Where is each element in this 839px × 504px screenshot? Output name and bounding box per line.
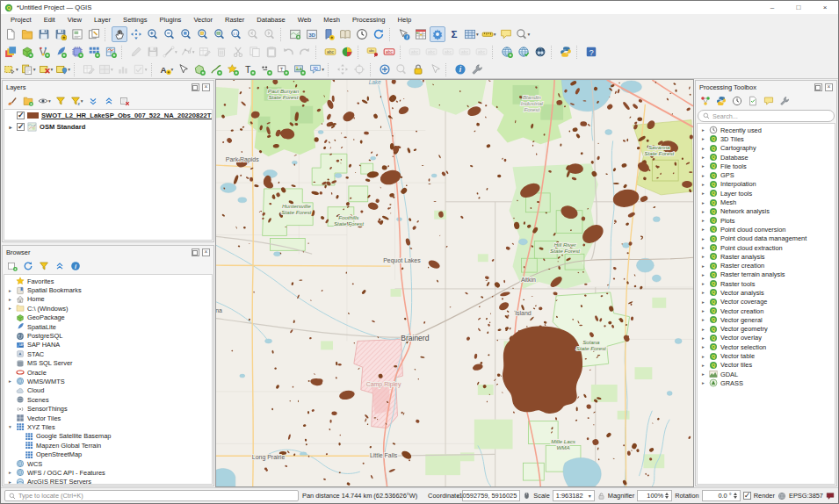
new-spatial-bookmark-button[interactable]: [321, 26, 336, 42]
processing-group-interpolation[interactable]: ▸QInterpolation: [698, 180, 835, 189]
deselect-features-button[interactable]: ▾: [38, 61, 54, 77]
menu-web[interactable]: Web: [292, 16, 317, 24]
dropdown-arrow-icon[interactable]: ▾: [171, 67, 174, 72]
expander-arrow-icon[interactable]: ▸: [700, 163, 706, 169]
processing-group-vector-analysis[interactable]: ▸QVector analysis: [698, 288, 835, 297]
pan-to-selection-button[interactable]: [128, 26, 144, 42]
select-by-location-button[interactable]: ▾: [54, 61, 71, 77]
float-panel-icon[interactable]: [192, 248, 199, 256]
browser-properties-button[interactable]: i: [69, 259, 83, 273]
create-polygon-annotation-button[interactable]: [192, 61, 207, 77]
dropdown-arrow-icon[interactable]: ▾: [81, 98, 83, 104]
pan-map-button[interactable]: [112, 26, 127, 42]
expander-arrow-icon[interactable]: ▸: [7, 288, 13, 293]
metasearch-validate-button[interactable]: [516, 44, 532, 60]
expander-arrow-icon[interactable]: ▸: [700, 290, 706, 295]
create-rect-text-annotation-button[interactable]: T: [275, 61, 291, 77]
processing-group-recently-used[interactable]: ▸Recently used: [698, 126, 835, 134]
new-spatialite-layer-button[interactable]: [53, 44, 69, 60]
browser-item-wcs[interactable]: WCS: [4, 459, 212, 468]
layer-labeling-options-button[interactable]: abc: [322, 44, 338, 60]
crs-globe-icon[interactable]: [778, 492, 786, 500]
browser-item-google-satellite-basemap[interactable]: Google Satellite Basemap: [4, 432, 212, 441]
processing-group-raster-analysis[interactable]: ▸QRaster analysis: [698, 252, 835, 261]
processing-group-raster-creation[interactable]: ▸QRaster creation: [698, 261, 835, 270]
expander-arrow-icon[interactable]: ▸: [700, 299, 706, 305]
expander-arrow-icon[interactable]: ▸: [700, 155, 706, 160]
create-marker-annotation-button[interactable]: [225, 61, 241, 77]
save-project-as-button[interactable]: [53, 26, 69, 42]
filter-browser-button[interactable]: [37, 259, 51, 273]
save-project-button[interactable]: [36, 26, 52, 42]
processing-group-plots[interactable]: ▸QPlots: [698, 216, 835, 225]
menu-raster[interactable]: Raster: [219, 16, 250, 24]
browser-item-stac[interactable]: STAC: [4, 349, 212, 358]
float-panel-icon[interactable]: [814, 83, 822, 91]
processing-toolbox-toggle-button[interactable]: [430, 26, 445, 42]
new-mesh-layer-button[interactable]: [69, 44, 85, 60]
python-scripts-button[interactable]: [714, 94, 728, 108]
new-project-button[interactable]: [3, 26, 18, 42]
dropdown-arrow-icon[interactable]: ▾: [476, 32, 479, 37]
dropdown-arrow-icon[interactable]: ▾: [68, 67, 70, 72]
expander-arrow-icon[interactable]: ▸: [7, 378, 13, 384]
browser-item-sensorthings[interactable]: SensorThings: [4, 404, 212, 413]
processing-group-vector-geometry[interactable]: ▸QVector geometry: [698, 325, 835, 334]
render-checkbox[interactable]: [743, 492, 751, 500]
menu-help[interactable]: Help: [391, 16, 417, 24]
dropdown-arrow-icon[interactable]: ▾: [145, 67, 148, 72]
expander-arrow-icon[interactable]: ▸: [700, 191, 706, 196]
open-layer-styling-button[interactable]: [5, 94, 19, 108]
browser-item-scenes[interactable]: Scenes: [4, 395, 212, 404]
filter-by-expression-button[interactable]: ε▾: [69, 94, 84, 108]
menu-layer[interactable]: Layer: [88, 16, 117, 24]
minimize-button[interactable]: –: [759, 1, 785, 14]
processing-group-cartography[interactable]: ▸QCartography: [698, 144, 835, 153]
expander-arrow-icon[interactable]: ▸: [700, 127, 706, 133]
menu-view[interactable]: View: [61, 16, 88, 24]
map-tips-button[interactable]: [498, 26, 514, 42]
processing-group-vector-general[interactable]: ▸QVector general: [698, 315, 835, 324]
attributes-toolbar-table-button[interactable]: ▾: [463, 26, 480, 42]
processing-group-raster-tools[interactable]: ▸QRaster tools: [698, 279, 835, 288]
browser-item-wfs-ogc-api-features[interactable]: ▸WFS / OGC API - Features: [4, 468, 212, 477]
processing-group-file-tools[interactable]: ▸QFile tools: [698, 162, 835, 170]
geocoder-search-button[interactable]: ▾: [515, 26, 532, 42]
temporal-controller-button[interactable]: [354, 26, 370, 42]
processing-group-gps[interactable]: ▸QGPS: [698, 170, 835, 179]
menu-settings[interactable]: Settings: [117, 16, 153, 24]
select-annotation-button[interactable]: [175, 61, 191, 77]
log-messages-icon[interactable]: [826, 492, 835, 500]
processing-group-grass[interactable]: ▸GRASS: [698, 378, 835, 387]
browser-item-oracle[interactable]: Oracle: [4, 368, 212, 377]
processing-group-raster-terrain-analysis[interactable]: ▸QRaster terrain analysis: [698, 270, 835, 279]
expander-arrow-icon[interactable]: ▸: [700, 380, 706, 385]
create-line-annotation-button[interactable]: [208, 61, 224, 77]
layer-visibility-checkbox[interactable]: [17, 112, 25, 119]
dropdown-arrow-icon[interactable]: ▾: [33, 67, 36, 72]
layer-info-button[interactable]: i: [452, 61, 468, 77]
processing-group-point-cloud-extraction[interactable]: ▸QPoint cloud extraction: [698, 243, 835, 252]
extents-toggle-icon[interactable]: [523, 491, 531, 500]
processing-group-vector-creation[interactable]: ▸QVector creation: [698, 306, 835, 315]
browser-item-arcgis-rest-servers[interactable]: ▸ArcGIS REST Servers: [4, 478, 212, 485]
create-image-annotation-button[interactable]: [292, 61, 307, 77]
help-contents-button[interactable]: ?: [583, 44, 599, 60]
create-text-annotation-button[interactable]: T: [242, 61, 257, 77]
lock-scale-button[interactable]: [410, 61, 426, 77]
pin-unpin-labels-button[interactable]: abc: [365, 44, 380, 60]
browser-item-spatial-bookmarks[interactable]: ▸Spatial Bookmarks: [4, 285, 212, 294]
browser-item-cloud[interactable]: Cloud: [4, 386, 212, 395]
zoom-in-button[interactable]: [145, 26, 161, 42]
dropdown-arrow-icon[interactable]: ▾: [192, 49, 195, 54]
expander-arrow-icon[interactable]: ▸: [700, 327, 706, 332]
remove-layer-button[interactable]: [118, 94, 132, 108]
metasearch-add-service-button[interactable]: [499, 44, 515, 60]
new-gpx-layer-button[interactable]: [86, 44, 102, 60]
processing-group-vector-table[interactable]: ▸QVector table: [698, 351, 835, 360]
processing-group-vector-selection[interactable]: ▸QVector selection: [698, 342, 835, 351]
manage-map-themes-button[interactable]: ▾: [37, 94, 52, 108]
expander-arrow-icon[interactable]: ▸: [700, 218, 706, 223]
layer-diagram-options-button[interactable]: [339, 44, 355, 60]
new-virtual-layer-button[interactable]: [103, 44, 119, 60]
